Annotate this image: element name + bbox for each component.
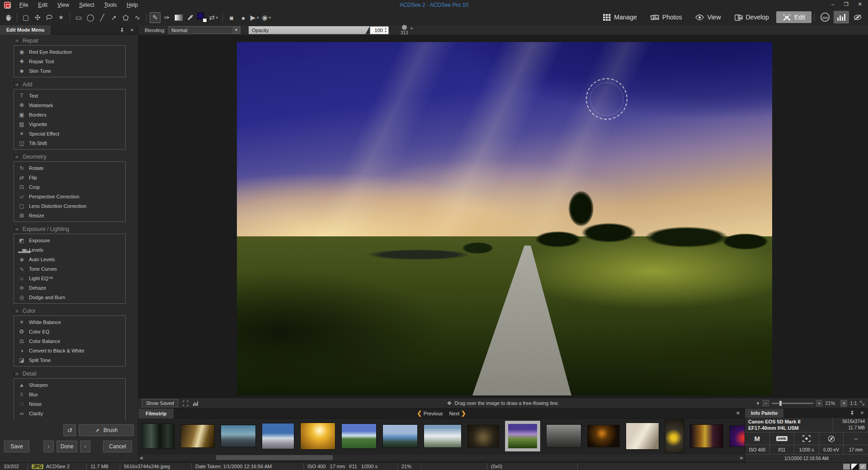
filmstrip-scrollbar[interactable]: ◀ ▶ [138, 455, 745, 461]
scroll-right-arrow[interactable]: ▶ [739, 455, 745, 461]
collapse-icon[interactable]: − [14, 227, 19, 232]
zoom-percent-value[interactable]: 21% [825, 400, 838, 406]
thumbnail-street-light[interactable] [587, 425, 620, 447]
thumbnail-red-lights[interactable] [729, 425, 745, 447]
mode-button-view[interactable]: View [689, 11, 727, 23]
magic-wand-tool-icon[interactable]: ✶ [56, 12, 66, 23]
fullscreen-icon[interactable] [183, 400, 189, 406]
opacity-value-input[interactable]: 100 ▲▼ [370, 26, 389, 34]
menu-item-tone-curves[interactable]: ∿Tone Curves [14, 264, 125, 273]
previous-arrow-button[interactable]: ‹ [43, 441, 54, 452]
menu-file[interactable]: File [15, 1, 32, 9]
menu-item-tilt-shift[interactable]: ◫Tilt-Shift [14, 138, 125, 148]
zoom-out-button[interactable]: − [763, 400, 769, 406]
group-header[interactable]: −Exposure / Lighting [0, 226, 138, 232]
menu-item-watermark[interactable]: ❁Watermark [14, 100, 125, 110]
selection-move-tool-icon[interactable]: ✣ [32, 12, 43, 23]
thumbnail-meadow-sun[interactable] [341, 423, 377, 449]
show-saved-button[interactable]: Show Saved [142, 399, 178, 407]
group-header[interactable]: −Detail [0, 371, 138, 377]
mode-button-manage[interactable]: Manage [597, 11, 643, 23]
menu-item-levels[interactable]: ▂▅▃Levels [14, 245, 125, 254]
previous-button[interactable]: ❮ Previous [417, 410, 443, 417]
menu-select[interactable]: Select [75, 1, 98, 9]
pin-icon[interactable] [849, 410, 855, 416]
cancel-button[interactable]: Cancel [103, 441, 132, 452]
group-header[interactable]: −Color [0, 308, 138, 314]
thumbnail-big-cloud[interactable] [424, 424, 462, 448]
brush-nib-control[interactable]: 313 ▼ [401, 25, 414, 35]
menu-item-light-eq-[interactable]: ☼Light EQ™ [14, 273, 125, 283]
collapse-triangle-icon[interactable]: ▼ [755, 401, 760, 406]
menu-item-perspective-correction[interactable]: ▱Perspective Correction [14, 192, 125, 201]
menu-item-crop[interactable]: ⊡Crop [14, 182, 125, 192]
group-header[interactable]: −Repair [0, 38, 138, 44]
menu-item-white-balance[interactable]: ☀White Balance [14, 317, 125, 327]
menu-item-dehaze[interactable]: ≋Dehaze [14, 283, 125, 292]
collapse-icon[interactable]: − [14, 82, 19, 87]
menu-item-repair-tool[interactable]: ✚Repair Tool [14, 56, 125, 66]
scroll-left-arrow[interactable]: ◀ [138, 455, 144, 461]
menu-item-clarity[interactable]: ∞Clarity [14, 409, 125, 418]
next-arrow-button[interactable]: › [80, 441, 90, 452]
menu-tools[interactable]: Tools [100, 1, 121, 9]
color-swatches-icon[interactable] [197, 12, 208, 23]
thumbnail-lake-person[interactable] [382, 424, 418, 448]
play-button-icon[interactable]: ▶▼ [250, 12, 260, 23]
menu-item-convert-to-black-white[interactable]: ◑Convert to Black & White [14, 346, 125, 355]
fit-image-icon[interactable]: ⤡ [860, 400, 864, 407]
menu-item-flip[interactable]: ⇄Flip [14, 173, 125, 182]
rectangle-shape-tool-icon[interactable]: ▭ [73, 12, 84, 23]
thumbnail-misty-trees[interactable] [546, 424, 581, 448]
restore-button[interactable]: ❐ [840, 0, 853, 8]
record-button-icon[interactable]: ● [238, 12, 249, 23]
arrow-shape-tool-icon[interactable]: ➚ [108, 12, 119, 23]
menu-view[interactable]: View [53, 1, 73, 9]
menu-item-auto-levels[interactable]: ◈Auto Levels [14, 254, 125, 264]
acdsee-365-icon[interactable]: 365 [817, 11, 833, 24]
chevron-down-icon[interactable]: ▼ [410, 27, 414, 31]
opacity-slider[interactable]: Opacity [249, 26, 370, 34]
close-icon[interactable]: ✕ [859, 410, 865, 416]
menu-item-special-effect[interactable]: ✶Special Effect [14, 129, 125, 138]
line-shape-tool-icon[interactable]: ╱ [97, 12, 108, 23]
lasso-tool-icon[interactable] [44, 12, 55, 23]
edit-mode-menu-tab[interactable]: Edit Mode Menu [0, 25, 51, 35]
blending-mode-select[interactable]: Normal ▼ [168, 26, 241, 34]
menu-item-vignette[interactable]: ▨Vignette [14, 119, 125, 129]
stop-record-button-icon[interactable]: ■ [226, 12, 237, 23]
zoom-slider[interactable] [772, 403, 813, 404]
menu-item-rotate[interactable]: ↻Rotate [14, 163, 125, 173]
ellipse-shape-tool-icon[interactable]: ◯ [85, 12, 96, 23]
pin-icon[interactable] [119, 27, 125, 33]
collapse-icon[interactable]: − [14, 155, 19, 160]
menu-item-blur[interactable]: ◊Blur [14, 390, 125, 399]
thumbnail-fire-escape[interactable] [142, 423, 175, 449]
marquee-select-tool-icon[interactable]: ▢ [20, 12, 31, 23]
smudge-brush-tool-icon[interactable]: ✑ [161, 12, 172, 23]
photo-preview[interactable] [237, 42, 772, 395]
minimize-button[interactable]: – [826, 0, 839, 8]
menu-help[interactable]: Help [123, 1, 142, 9]
thumbnail-light-trails[interactable] [180, 424, 215, 448]
mode-button-photos[interactable]: Photos [644, 11, 689, 23]
menu-item-split-tone[interactable]: ◪Split Tone [14, 355, 125, 365]
next-button[interactable]: Next ❯ [449, 410, 466, 417]
menu-item-skin-tune[interactable]: ☻Skin Tune [14, 66, 125, 75]
group-header[interactable]: −Add [0, 81, 138, 88]
done-button[interactable]: Done [57, 441, 77, 452]
menu-item-red-eye-reduction[interactable]: ◉Red Eye Reduction [14, 47, 125, 56]
menu-item-color-balance[interactable]: ⚖Color Balance [14, 336, 125, 346]
close-button[interactable]: ✕ [854, 0, 866, 8]
play-preset-button-icon[interactable]: ◉▼ [261, 12, 272, 23]
menu-item-resize[interactable]: ⊞Resize [14, 211, 125, 220]
collapse-icon[interactable]: − [14, 309, 19, 314]
image-canvas[interactable]: Show Saved ✥ Drag over the image to draw… [138, 35, 868, 408]
thumbnail-night-bottles[interactable] [690, 424, 723, 448]
thumbnail-book-page[interactable] [626, 423, 659, 450]
collapse-icon[interactable]: − [14, 38, 19, 43]
thumbnail-forest-path[interactable] [467, 425, 499, 447]
private-eye-icon[interactable] [850, 11, 865, 24]
scrollbar-handle[interactable] [216, 455, 333, 460]
actual-size-button[interactable]: 1:1 [850, 400, 857, 406]
